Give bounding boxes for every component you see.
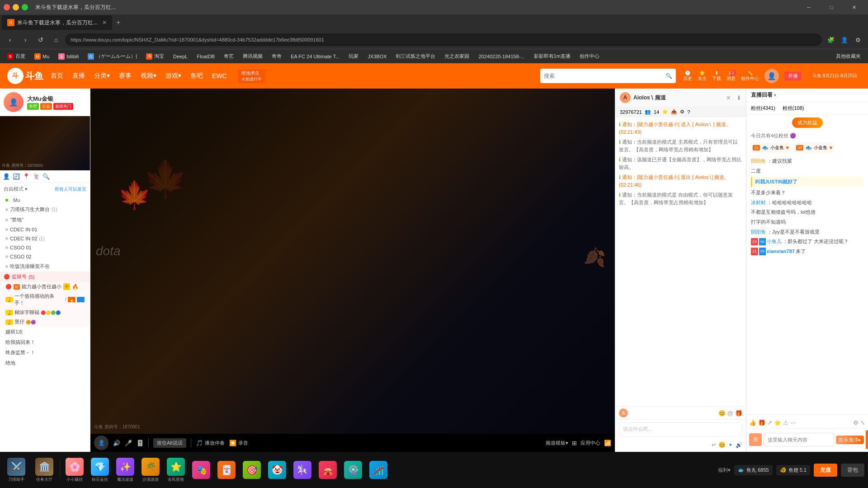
gift-9[interactable]: 🃏 (215, 461, 238, 479)
bookmark-bilibili[interactable]: b bilibili (55, 52, 82, 61)
bookmark-floatdb[interactable]: FloatDB (193, 53, 218, 60)
right-star-icon[interactable]: ⭐ (774, 419, 781, 426)
minimize-button[interactable]: ─ (798, 0, 819, 14)
bookmark-qiyi[interactable]: 奇艺 (220, 52, 237, 61)
forward-button[interactable]: › (19, 33, 32, 46)
download-btn[interactable]: ⬇ 下载 (712, 70, 721, 82)
header-search[interactable]: 🔍 (540, 69, 676, 83)
gift-14[interactable]: 🎡 (341, 461, 365, 479)
channel-cdec01[interactable]: CDEC IN 01 (0, 225, 90, 234)
right-like-icon[interactable]: 👍 (749, 419, 756, 426)
channel-jidi[interactable]: 绝地 (0, 358, 90, 368)
alt-speak-button[interactable]: 按住Alt说话 (153, 438, 186, 448)
channel-user-icon[interactable]: 👤 (3, 173, 10, 180)
nav-home[interactable]: 首页 (51, 72, 63, 80)
bookmark-huiyu[interactable]: 奇奇 (268, 52, 285, 61)
bookmark-baidu[interactable]: B 百度 (4, 52, 29, 61)
gift-6[interactable]: 🌴 沙漠游游 (139, 458, 162, 483)
message-btn[interactable]: 🔔 消息 1 (726, 70, 736, 82)
emoji-ocean-btn[interactable]: 欢乐海洋▸ (836, 436, 864, 444)
nav-yuba[interactable]: 鱼吧 (190, 72, 203, 80)
active-tab[interactable]: 斗 米斗鱼下载逆水寒，瓜分百万红... ✕ (2, 15, 112, 30)
nav-game[interactable]: 游戏▾ (165, 72, 181, 80)
mic-button[interactable]: 🎤 (125, 440, 132, 446)
extensions-button[interactable]: 🧩 (825, 33, 837, 46)
right-share-icon[interactable]: ↗ (767, 419, 772, 426)
channel-eat[interactable]: 吃饭洗澡睡觉不在 (0, 261, 90, 272)
right-chat-input[interactable] (764, 433, 834, 446)
gift-15[interactable]: 🎢 (367, 461, 390, 479)
gift-5[interactable]: ✨ 魔法波波 (113, 458, 137, 483)
bookmark-jian3[interactable]: 剑三试炼之地平台 (392, 52, 439, 61)
volume-button[interactable]: 🔊 (113, 440, 120, 446)
gift-3[interactable]: 热门 🌸 小小藕丝 (63, 458, 86, 483)
stream-user-avatar[interactable]: 👤 (94, 436, 108, 450)
nav-esports[interactable]: 赛事 (119, 72, 132, 80)
bookmark-ying[interactable]: 影影即有1m直播 (530, 52, 574, 61)
create-btn[interactable]: ✏️ 创作中心 (741, 70, 759, 82)
nav-category[interactable]: 分类▾ (94, 72, 110, 80)
record-button[interactable]: ⏺️ 录音 (229, 440, 248, 446)
channel-refresh-icon[interactable]: 🔄 (13, 173, 20, 180)
right-report-icon[interactable]: ⚠ (783, 419, 788, 426)
channel-search-icon[interactable]: 🔍 (42, 173, 50, 180)
channel-cdec02[interactable]: CDEC IN 02 (1) (0, 234, 90, 243)
at-toolbar-icon[interactable]: @ (727, 410, 733, 417)
back-button[interactable]: ‹ (4, 33, 16, 46)
bookmark-guang[interactable]: 光之农家园 (441, 52, 473, 61)
audio-button[interactable]: 🎚️ (137, 440, 144, 446)
right-expand-icon[interactable]: ⤡ (860, 419, 865, 426)
channel-lifelong[interactable]: 终身监禁－！ (0, 347, 90, 358)
mode-link[interactable]: 所有人可以发言 (55, 186, 86, 192)
gift-1[interactable]: ⚔️ 刀塔助手 (4, 458, 29, 483)
bookmark-taobao[interactable]: 淘 淘宝 (142, 52, 168, 61)
charge-button[interactable]: 充值 (814, 464, 837, 477)
channel-jailbreak[interactable]: 越狱1次 (0, 327, 90, 337)
search-submit-button[interactable]: 🔍 (665, 73, 672, 79)
right-gift-icon[interactable]: 🎁 (758, 419, 765, 426)
music-button[interactable]: 🎵 播放伴奏 (196, 440, 225, 446)
channel-location-icon[interactable]: 📍 (23, 173, 30, 180)
gift-8[interactable]: 🎭 (189, 461, 213, 479)
gift-13[interactable]: 🎪 (316, 461, 340, 479)
gift-7[interactable]: ⭐ 全民星推 (164, 458, 188, 483)
nav-ewc[interactable]: EWC (212, 72, 227, 80)
bookmark-deepl[interactable]: DeepL (170, 53, 191, 60)
user-avatar[interactable]: 👤 (764, 69, 779, 83)
send-more-options[interactable]: ▾ (729, 442, 732, 448)
gift-2[interactable]: 🏛️ 任务大厅 (32, 458, 57, 483)
settings-button[interactable]: ⚙ (852, 33, 864, 46)
url-box[interactable]: https://www.douyu.com/topic/NSHXZ_DaMu?r… (65, 33, 822, 46)
channel-dota[interactable]: 刀塔练习生大舞台 (1) (0, 204, 90, 215)
channel-forbidden[interactable]: "禁地" (0, 215, 90, 225)
grid-button[interactable]: ⊞ (572, 440, 577, 446)
channel-card-icon[interactable]: 🃏 (33, 173, 40, 180)
history-btn[interactable]: 🕐 历史 (683, 70, 692, 82)
new-tab-button[interactable]: + (112, 16, 125, 29)
channel-comeback[interactable]: 给我搞回来！ (0, 337, 90, 347)
nav-video[interactable]: 视频▾ (141, 72, 156, 80)
search-input[interactable] (544, 73, 665, 79)
bookmark-mu[interactable]: M Mu (31, 52, 53, 61)
tab-close-button[interactable]: ✕ (102, 19, 107, 26)
bookmark-create[interactable]: 创作中心 (576, 52, 603, 61)
right-more-icon[interactable]: ⋯ (790, 419, 796, 426)
bookmark-eafc[interactable]: EA FC 24 Ultimate T... (287, 53, 343, 60)
refresh-button[interactable]: ↺ (34, 33, 47, 46)
gift-10[interactable]: 🎯 (240, 461, 264, 479)
bookmark-more[interactable]: 其他收藏夹 (832, 52, 864, 61)
right-settings-icon[interactable]: ⚙ (853, 419, 859, 426)
maximize-button[interactable]: □ (821, 0, 842, 14)
bookmark-wanjia[interactable]: 玩家 (345, 52, 362, 61)
bookmark-jx3box[interactable]: JX3BOX (364, 53, 390, 60)
frequency-button[interactable]: 频道模板▾ (546, 440, 568, 446)
channel-csgo02[interactable]: CSGO 02 (0, 252, 90, 261)
chat-text-input[interactable]: 说点什么吧... (619, 422, 742, 437)
vip-btn[interactable]: 成为权益 (792, 117, 823, 128)
right-send-button[interactable]: 发送 (866, 430, 868, 449)
volume-chat-icon[interactable]: 🔊 (736, 442, 742, 448)
channel-csgo01[interactable]: CSGO 01 (0, 243, 90, 252)
close-button[interactable]: ✕ (844, 0, 864, 14)
bookmark-game[interactable]: G （ゲームルーム）| (84, 52, 141, 61)
nav-live[interactable]: 直播 (72, 72, 85, 80)
